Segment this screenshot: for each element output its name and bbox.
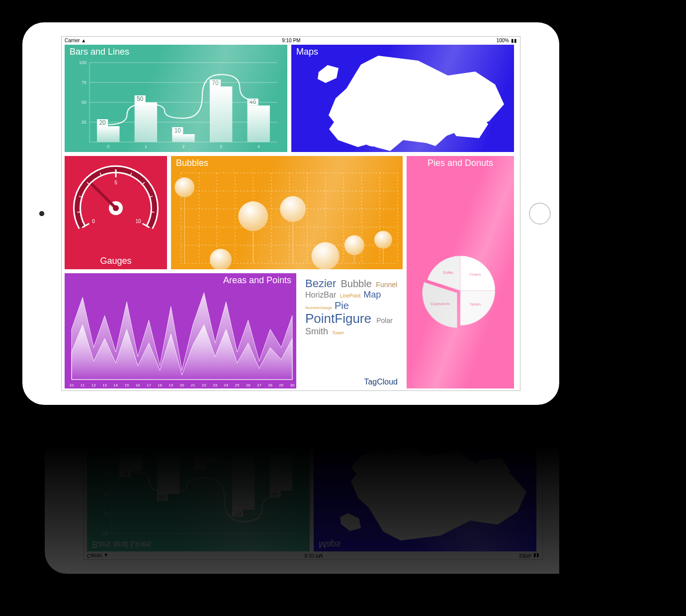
svg-text:16: 16 [136, 383, 140, 387]
tile-tagcloud[interactable]: Bezier Bubble Funnel HorizBar LinePoint … [300, 273, 403, 388]
svg-text:22: 22 [202, 383, 206, 387]
right-bezel [543, 407, 559, 574]
svg-text:0: 0 [129, 447, 132, 452]
svg-text:3: 3 [242, 447, 245, 452]
svg-point-71 [238, 201, 268, 231]
svg-text:18: 18 [158, 383, 162, 387]
tile-bars-and-lines[interactable]: Bars and Lines 255075100 200501102703464 [65, 45, 287, 152]
svg-line-32 [77, 212, 81, 212]
status-right: 100% ▮▮ [518, 551, 539, 559]
tile-bubbles[interactable]: Bubbles [171, 156, 403, 269]
svg-point-77 [344, 235, 364, 255]
clock-label: 9:10 PM [282, 37, 300, 45]
tile-areas-and-points[interactable]: Areas and Points 10111213141516171819202… [65, 273, 296, 388]
svg-text:50: 50 [82, 100, 86, 105]
svg-text:28: 28 [268, 383, 272, 387]
svg-rect-123 [194, 454, 217, 462]
status-bar: Carrier ▲ 9:10 PM 100% ▮▮ [62, 37, 520, 45]
svg-point-69 [210, 249, 232, 269]
tile-bubbles[interactable]: Bubbles [193, 407, 425, 440]
svg-point-46 [113, 205, 119, 211]
bubble-chart [171, 156, 403, 269]
svg-text:1: 1 [167, 447, 170, 452]
tile-pies-and-donuts[interactable]: Pies and Donuts ChairsTablesCupboardsSof… [429, 407, 536, 440]
svg-text:0: 0 [107, 144, 109, 149]
svg-text:70: 70 [212, 79, 219, 86]
tile-maps[interactable]: Maps [291, 45, 514, 152]
tag-word[interactable]: Bezier [305, 277, 341, 290]
svg-text:75: 75 [104, 511, 109, 516]
svg-rect-18 [172, 134, 194, 142]
dashboard-grid: Bars and Lines 255075100 200501102703464… [65, 45, 517, 387]
gauge-chart: 0510 [91, 407, 185, 435]
tag-word[interactable]: LinePoint [340, 293, 363, 299]
svg-text:4: 4 [257, 144, 260, 149]
svg-text:19: 19 [169, 383, 173, 387]
svg-rect-26 [248, 105, 270, 142]
svg-point-79 [374, 231, 392, 249]
tile-title: Bars and Lines [65, 45, 287, 58]
svg-text:15: 15 [125, 383, 129, 387]
svg-text:23: 23 [213, 383, 217, 387]
europe-map-icon [291, 45, 514, 152]
home-button[interactable] [529, 203, 551, 225]
tile-maps[interactable]: Maps [314, 444, 536, 551]
svg-point-172 [197, 407, 217, 419]
svg-text:50: 50 [159, 494, 166, 501]
svg-text:24: 24 [224, 383, 228, 387]
svg-point-73 [280, 196, 306, 222]
svg-text:10: 10 [70, 383, 74, 387]
tag-word[interactable]: Funnel [376, 281, 397, 289]
svg-text:2: 2 [204, 447, 207, 452]
tile-pies-and-donuts[interactable]: Pies and Donuts ChairsTablesCupboardsSof… [407, 156, 514, 388]
tag-word[interactable]: Bubble [341, 278, 376, 289]
wifi-icon: ▲ [103, 553, 108, 558]
tag-word[interactable]: NumericGauge [305, 306, 335, 310]
screen: Carrier ▲ 9:10 PM 100% ▮▮ Bars and Lines [84, 407, 543, 560]
tile-bars-and-lines[interactable]: Bars and Lines 255075100 200501102703464 [87, 444, 310, 551]
camera-icon [39, 211, 44, 216]
carrier-label: Carrier ▲ [87, 551, 108, 559]
tag-word[interactable]: Map [363, 290, 381, 300]
svg-text:10: 10 [135, 219, 141, 224]
tag-word[interactable]: Pie [335, 300, 349, 311]
tag-word[interactable]: PointFigure [305, 311, 376, 326]
svg-text:10: 10 [197, 462, 204, 469]
svg-text:75: 75 [82, 80, 86, 85]
svg-rect-131 [270, 454, 292, 491]
svg-text:20: 20 [180, 383, 184, 387]
svg-text:13: 13 [102, 383, 107, 387]
svg-text:20: 20 [121, 470, 128, 477]
tag-word[interactable]: Smith [305, 326, 332, 336]
svg-text:11: 11 [81, 383, 85, 387]
svg-text:30: 30 [290, 383, 295, 387]
svg-text:21: 21 [191, 383, 195, 387]
tile-title: TagCloud [364, 378, 398, 386]
battery-percent: 100% [496, 37, 509, 45]
tile-title: Pies and Donuts [407, 156, 514, 169]
tile-title: Gauges [65, 254, 167, 267]
tile-gauges[interactable]: Gauges 0510 [87, 407, 189, 440]
screen: Carrier ▲ 9:10 PM 100% ▮▮ Bars and Lines [61, 36, 520, 391]
tag-word[interactable]: HorizBar [305, 291, 340, 299]
tile-title: Maps [291, 45, 514, 58]
tile-title: Areas and Points [65, 273, 296, 287]
wifi-icon: ▲ [81, 38, 86, 43]
pie-chart: ChairsTablesCupboardsSofas [413, 243, 508, 338]
tile-gauges[interactable]: Gauges 0510 [65, 156, 167, 269]
ipad-frame: Carrier ▲ 9:10 PM 100% ▮▮ Bars and Lines [22, 22, 559, 405]
dashboard-grid: Bars and Lines 255075100 200501102703464… [87, 407, 539, 551]
svg-text:29: 29 [279, 383, 283, 387]
tile-title: Bars and Lines [87, 538, 310, 551]
battery-icon: ▮▮ [511, 37, 517, 45]
svg-text:70: 70 [234, 510, 241, 517]
tag-word[interactable]: Tower [332, 330, 344, 335]
svg-text:26: 26 [246, 383, 251, 387]
svg-text:0: 0 [92, 219, 95, 224]
svg-point-75 [312, 242, 340, 269]
tag-word[interactable]: Polar [376, 316, 393, 324]
svg-rect-45 [90, 182, 117, 209]
svg-text:27: 27 [257, 383, 261, 387]
svg-text:3: 3 [220, 144, 222, 149]
svg-rect-150 [112, 407, 139, 414]
